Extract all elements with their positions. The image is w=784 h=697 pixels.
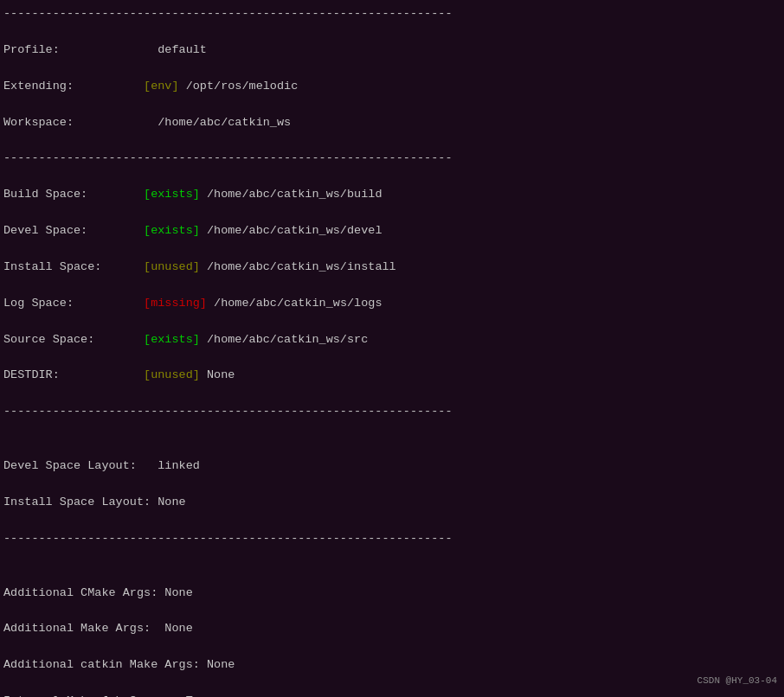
separator-line: ----------------------------------------… xyxy=(3,530,781,548)
kv-line: Internal Make Job Server: True xyxy=(3,693,781,697)
separator-line: ----------------------------------------… xyxy=(3,5,781,23)
value-text: None xyxy=(157,496,185,508)
path-value: None xyxy=(200,368,235,381)
kv-tagged-line: Install Space: [unused] /home/abc/catkin… xyxy=(3,259,781,277)
kv-tagged-line: Extending: [env] /opt/ros/melodic xyxy=(3,78,781,96)
path-value: /home/abc/catkin_ws/install xyxy=(200,260,396,273)
path-value: /home/abc/catkin_ws/devel xyxy=(200,224,382,237)
key-label: Source Space: xyxy=(3,333,144,346)
key-label: Additional CMake Args: xyxy=(3,586,157,599)
status-badge: [missing] xyxy=(144,297,207,310)
key-label: Profile: xyxy=(3,43,157,56)
kv-tagged-line: DESTDIR: [unused] None xyxy=(3,367,781,385)
status-badge: [exists] xyxy=(144,188,200,201)
path-value: /home/abc/catkin_ws/build xyxy=(200,188,382,201)
watermark: CSDN @HY_03-04 xyxy=(697,674,777,688)
key-label: Build Space: xyxy=(3,188,144,201)
key-label: Devel Space: xyxy=(3,224,144,237)
kv-line: Additional catkin Make Args: None xyxy=(3,656,781,675)
status-badge: [unused] xyxy=(144,368,200,381)
value-text: None xyxy=(157,586,193,599)
terminal: ----------------------------------------… xyxy=(3,5,781,692)
status-badge: [exists] xyxy=(144,224,200,237)
key-label: Install Space Layout: xyxy=(3,496,157,508)
status-badge: [env] xyxy=(144,80,179,93)
kv-tagged-line: Devel Space: [exists] /home/abc/catkin_w… xyxy=(3,222,781,240)
value-text: None xyxy=(157,622,193,635)
kv-tagged-line: Build Space: [exists] /home/abc/catkin_w… xyxy=(3,186,781,204)
separator-line: ----------------------------------------… xyxy=(3,150,781,168)
key-label: Additional Make Args: xyxy=(3,622,157,635)
value-text: linked xyxy=(157,459,200,472)
value-text: None xyxy=(200,658,235,671)
kv-line: Devel Space Layout: linked xyxy=(3,457,781,476)
status-badge: [unused] xyxy=(144,260,200,273)
kv-tagged-line: Log Space: [missing] /home/abc/catkin_ws… xyxy=(3,295,781,313)
path-value: /opt/ros/melodic xyxy=(179,80,299,93)
path-value: /home/abc/catkin_ws/logs xyxy=(207,297,382,310)
status-badge: [exists] xyxy=(144,333,200,346)
value-text: default xyxy=(157,43,207,56)
kv-line: Profile: default xyxy=(3,42,781,60)
key-label: Devel Space Layout: xyxy=(3,459,157,472)
separator-line: ----------------------------------------… xyxy=(3,403,781,421)
key-label: Extending: xyxy=(3,80,144,93)
path-value: /home/abc/catkin_ws/src xyxy=(200,333,368,346)
kv-line: Additional Make Args: None xyxy=(3,620,781,638)
kv-line: Install Space Layout: None xyxy=(3,494,781,512)
kv-line: Additional CMake Args: None xyxy=(3,585,781,603)
key-label: DESTDIR: xyxy=(3,368,144,381)
kv-line: Workspace: /home/abc/catkin_ws xyxy=(3,114,781,132)
key-label: Workspace: xyxy=(3,116,157,129)
key-label: Log Space: xyxy=(3,297,144,310)
kv-tagged-line: Source Space: [exists] /home/abc/catkin_… xyxy=(3,331,781,349)
value-text: /home/abc/catkin_ws xyxy=(157,116,291,129)
key-label: Additional catkin Make Args: xyxy=(3,658,200,671)
key-label: Install Space: xyxy=(3,260,144,273)
